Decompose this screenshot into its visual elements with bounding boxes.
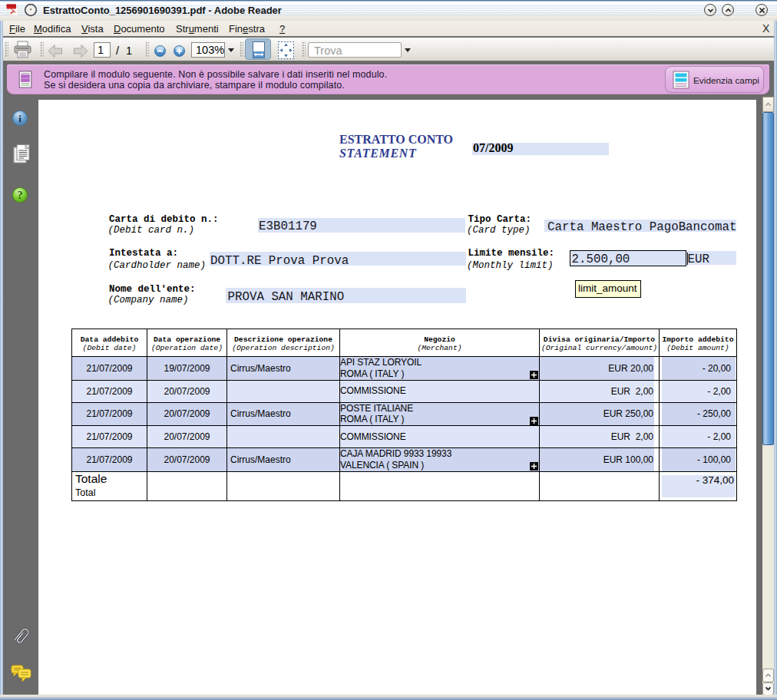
- svg-text:i: i: [18, 113, 21, 124]
- svg-text:?: ?: [18, 190, 23, 201]
